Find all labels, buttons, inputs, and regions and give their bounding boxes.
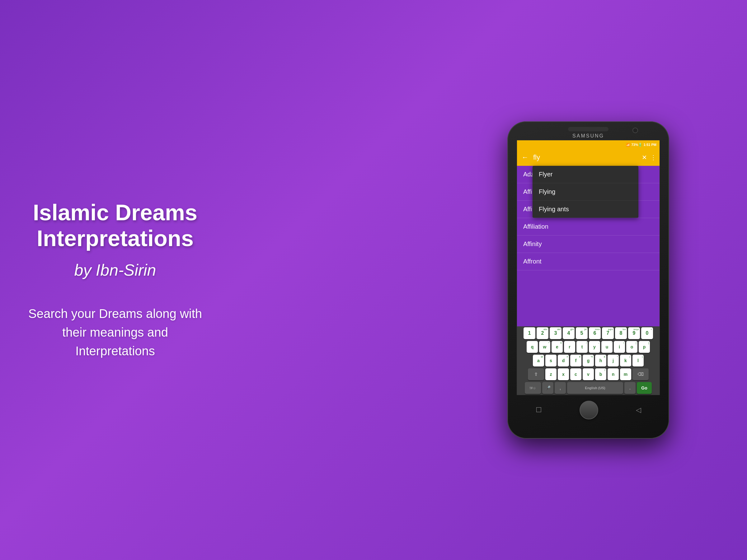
key-h[interactable]: h& bbox=[595, 355, 606, 367]
key-symbols[interactable]: !#☺ bbox=[525, 382, 541, 394]
app-subtitle: by Ibn-Sirin bbox=[25, 261, 205, 279]
key-l[interactable]: l) bbox=[633, 355, 644, 367]
key-a[interactable]: a@ bbox=[533, 355, 544, 367]
key-9[interactable]: 9wxyz bbox=[628, 327, 640, 339]
key-b[interactable]: b? bbox=[595, 368, 606, 380]
nav-recent-icon[interactable]: ☐ bbox=[536, 406, 542, 414]
key-g[interactable]: g% bbox=[583, 355, 594, 367]
signal-icon: 📶 bbox=[626, 143, 630, 147]
key-m[interactable]: m bbox=[620, 368, 631, 380]
key-6[interactable]: 6mno bbox=[589, 327, 601, 339]
autocomplete-item-flying[interactable]: Flying bbox=[533, 183, 638, 201]
clock: 1:51 PM bbox=[643, 143, 656, 146]
key-comma[interactable]: , bbox=[555, 382, 566, 394]
keyboard-row-q: q w* e€ r t/ y- u' i! o[ p] bbox=[517, 340, 660, 354]
key-z[interactable]: z bbox=[545, 368, 557, 380]
autocomplete-item-flyer[interactable]: Flyer bbox=[533, 166, 638, 183]
key-n[interactable]: n bbox=[608, 368, 619, 380]
phone-screen: 📶 73%🔋 1:51 PM ← ✕ ⋮ Adze Affi... Affi..… bbox=[517, 140, 660, 395]
key-o[interactable]: o[ bbox=[626, 341, 638, 353]
battery-status: 73%🔋 bbox=[631, 143, 642, 147]
key-j[interactable]: j* bbox=[608, 355, 619, 367]
key-2[interactable]: 2abc bbox=[537, 327, 548, 339]
key-5[interactable]: 5jkl bbox=[576, 327, 588, 339]
key-space[interactable]: English (US) bbox=[567, 382, 623, 394]
key-c[interactable]: c bbox=[570, 368, 582, 380]
keyboard-bottom-row: !#☺ 🎤 , English (US) . Go bbox=[517, 381, 660, 395]
key-4[interactable]: 4ghi bbox=[563, 327, 574, 339]
key-e[interactable]: e€ bbox=[551, 341, 563, 353]
keyboard-number-row: 1 2abc 3def 4ghi 5jkl 6mno 7pqrs 8tuv 9w… bbox=[517, 326, 660, 340]
search-input[interactable] bbox=[533, 153, 639, 161]
key-8[interactable]: 8tuv bbox=[615, 327, 627, 339]
status-icons: 📶 73%🔋 1:51 PM bbox=[626, 143, 656, 147]
key-go[interactable]: Go bbox=[637, 382, 652, 394]
phone-camera bbox=[633, 128, 638, 133]
app-description: Search your Dreams along with their mean… bbox=[25, 304, 205, 360]
key-w[interactable]: w* bbox=[539, 341, 550, 353]
autocomplete-dropdown: Flyer Flying Flying ants bbox=[533, 166, 638, 218]
nav-home-button[interactable] bbox=[579, 401, 598, 419]
key-period[interactable]: . bbox=[624, 382, 636, 394]
phone-bottom-nav: ☐ ◁ bbox=[507, 395, 669, 424]
phone-device: SAMSUNG 📶 73%🔋 1:51 PM ← ✕ ⋮ Adze bbox=[507, 121, 669, 439]
key-mic[interactable]: 🎤 bbox=[542, 382, 553, 394]
key-p[interactable]: p] bbox=[639, 341, 650, 353]
phone-top-bar bbox=[507, 121, 669, 131]
list-item[interactable]: Affiliation bbox=[517, 218, 660, 236]
phone-brand: SAMSUNG bbox=[572, 133, 604, 139]
key-r[interactable]: r bbox=[564, 341, 575, 353]
left-panel: Islamic Dreams Interpretations by Ibn-Si… bbox=[25, 200, 205, 360]
keyboard: 1 2abc 3def 4ghi 5jkl 6mno 7pqrs 8tuv 9w… bbox=[517, 326, 660, 395]
key-t[interactable]: t/ bbox=[576, 341, 588, 353]
key-u[interactable]: u' bbox=[601, 341, 613, 353]
key-f[interactable]: f$ bbox=[570, 355, 582, 367]
key-i[interactable]: i! bbox=[614, 341, 625, 353]
autocomplete-item-flying-ants[interactable]: Flying ants bbox=[533, 201, 638, 218]
key-0[interactable]: 0+ bbox=[641, 327, 653, 339]
phone-container: SAMSUNG 📶 73%🔋 1:51 PM ← ✕ ⋮ Adze bbox=[448, 16, 728, 544]
menu-button[interactable]: ⋮ bbox=[650, 154, 656, 161]
key-x[interactable]: x bbox=[558, 368, 569, 380]
key-y[interactable]: y- bbox=[589, 341, 600, 353]
phone-speaker bbox=[568, 127, 609, 131]
app-title: Islamic Dreams Interpretations bbox=[25, 200, 205, 251]
list-item-affinity[interactable]: Affinity bbox=[517, 236, 660, 253]
clear-button[interactable]: ✕ bbox=[642, 154, 647, 161]
key-v[interactable]: v bbox=[583, 368, 594, 380]
key-3[interactable]: 3def bbox=[550, 327, 562, 339]
back-button[interactable]: ← bbox=[520, 153, 530, 161]
keyboard-row-z: ⇧ z x c v b? n m ⌫ bbox=[517, 367, 660, 381]
keyboard-row-a: a@ s d# f$ g% h& j* k( l) bbox=[517, 354, 660, 367]
search-bar: ← ✕ ⋮ bbox=[517, 149, 660, 166]
nav-back-icon[interactable]: ◁ bbox=[636, 406, 641, 414]
key-s[interactable]: s bbox=[545, 355, 557, 367]
key-d[interactable]: d# bbox=[558, 355, 569, 367]
key-7[interactable]: 7pqrs bbox=[602, 327, 614, 339]
key-shift[interactable]: ⇧ bbox=[528, 368, 544, 380]
key-k[interactable]: k( bbox=[620, 355, 631, 367]
key-1[interactable]: 1 bbox=[523, 327, 535, 339]
key-q[interactable]: q bbox=[526, 341, 538, 353]
list-item-affront[interactable]: Affront bbox=[517, 253, 660, 270]
status-bar: 📶 73%🔋 1:51 PM bbox=[517, 140, 660, 149]
key-delete[interactable]: ⌫ bbox=[633, 368, 649, 380]
